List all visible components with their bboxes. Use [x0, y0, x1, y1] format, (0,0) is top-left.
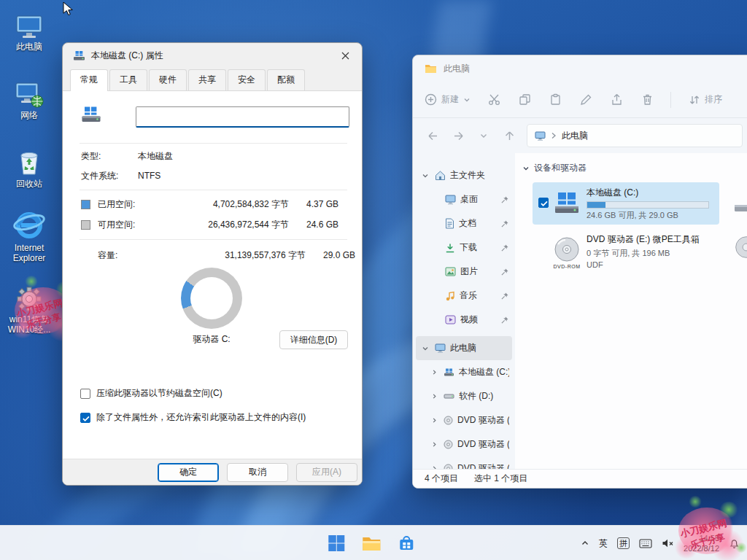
- cancel-button[interactable]: 取消: [227, 463, 288, 482]
- start-button[interactable]: [322, 529, 351, 558]
- pin-icon: [500, 292, 509, 300]
- explorer-nav-bar: 此电脑: [413, 118, 747, 153]
- file-explorer-window[interactable]: 此电脑 新建 排序 此电脑: [412, 55, 747, 489]
- music-icon: [445, 291, 455, 301]
- share-button[interactable]: [609, 93, 624, 107]
- drive-item-c[interactable]: 本地磁盘 (C:) 24.6 GB 可用, 共 29.0 GB: [533, 182, 719, 225]
- used-space-size: 4.37 GB: [289, 199, 338, 209]
- tab-tools[interactable]: 工具: [109, 69, 147, 90]
- volume-label-input[interactable]: [136, 106, 349, 128]
- separator: [80, 239, 347, 240]
- paste-button[interactable]: [548, 93, 562, 107]
- touch-keyboard-icon[interactable]: [639, 539, 652, 548]
- sidebar-item-videos[interactable]: 视频: [416, 308, 512, 332]
- tab-sharing[interactable]: 共享: [188, 69, 226, 90]
- free-space-label: 可用空间:: [98, 219, 150, 231]
- volume-muted-icon[interactable]: [662, 538, 674, 548]
- explorer-titlebar[interactable]: 此电脑: [413, 55, 747, 82]
- sidebar-item-documents[interactable]: 文档: [416, 211, 512, 236]
- store-app-icon[interactable]: [392, 529, 421, 558]
- drive-filesystem: UDF: [587, 260, 715, 269]
- apply-button: 应用(A): [296, 463, 357, 482]
- ime-mode-indicator[interactable]: 英: [599, 537, 608, 550]
- group-header-devices[interactable]: 设备和驱动器: [522, 162, 587, 174]
- chevron-down-icon[interactable]: [420, 345, 430, 352]
- tab-hardware[interactable]: 硬件: [149, 69, 187, 90]
- desktop-icon-this-pc[interactable]: 此电脑: [3, 9, 55, 52]
- item-checkbox[interactable]: [538, 198, 549, 208]
- drive-icon: [444, 392, 454, 400]
- clock[interactable]: 14:55 2022/8/12: [684, 533, 719, 554]
- sidebar-item-music[interactable]: 音乐: [416, 284, 512, 308]
- sidebar-item-this-pc[interactable]: 此电脑: [416, 336, 512, 360]
- address-bar[interactable]: 此电脑: [527, 124, 743, 147]
- chevron-down-icon[interactable]: [420, 172, 430, 179]
- sort-button[interactable]: 排序: [689, 93, 722, 106]
- forward-button[interactable]: [450, 128, 466, 144]
- pin-icon: [500, 316, 509, 324]
- drive-icon: [73, 50, 85, 61]
- compress-checkbox-row[interactable]: 压缩此驱动器以节约磁盘空间(C): [80, 387, 222, 400]
- new-button[interactable]: 新建: [425, 93, 471, 106]
- desktop-icon-network[interactable]: 网络: [3, 77, 55, 120]
- index-checkbox[interactable]: [80, 413, 90, 423]
- copy-button[interactable]: [517, 93, 532, 107]
- drive-label: 驱动器 C:: [168, 333, 255, 346]
- drive-item-dvd-e[interactable]: DVD-ROM DVD 驱动器 (E:) 微PE工具箱 0 字节 可用, 共 1…: [533, 229, 719, 274]
- desktop-icon-internet-explorer[interactable]: InternetExplorer: [3, 210, 55, 264]
- sidebar-item-dvd-e[interactable]: DVD 驱动器 (E:): [416, 408, 512, 432]
- details-button[interactable]: 详细信息(D): [279, 330, 348, 349]
- recent-locations-chevron[interactable]: [476, 128, 492, 144]
- desktop-icon-label: win11恢复WIN10经...: [3, 314, 55, 335]
- drive-icon: [444, 368, 454, 376]
- sidebar-item-desktop[interactable]: 桌面: [416, 187, 512, 211]
- rename-button[interactable]: [578, 93, 593, 107]
- sidebar-item-downloads[interactable]: 下载: [416, 236, 512, 260]
- tab-quota[interactable]: 配额: [267, 69, 305, 90]
- index-checkbox-row[interactable]: 除了文件属性外，还允许索引此驱动器上文件的内容(I): [80, 411, 306, 424]
- ime-badge[interactable]: 拼: [617, 537, 630, 549]
- explorer-command-bar: 新建 排序: [413, 82, 747, 118]
- disk-properties-dialog[interactable]: 本地磁盘 (C:) 属性 常规 工具 硬件 共享 安全 配额 类型: 本地磁盘 …: [62, 42, 363, 486]
- tab-security[interactable]: 安全: [228, 69, 266, 90]
- delete-button[interactable]: [640, 93, 654, 107]
- capacity-size: 29.0 GB: [306, 250, 355, 260]
- desktop-icon-label: InternetExplorer: [3, 243, 55, 264]
- sidebar-item-drive-c[interactable]: 本地磁盘 (C:): [416, 360, 512, 384]
- sort-button-label: 排序: [705, 93, 722, 106]
- used-space-swatch: [81, 200, 90, 209]
- desktop-icon-win11-restore[interactable]: win11恢复WIN10经...: [3, 281, 55, 335]
- dialog-titlebar[interactable]: 本地磁盘 (C:) 属性: [63, 43, 362, 68]
- compress-checkbox[interactable]: [80, 389, 90, 399]
- tab-general[interactable]: 常规: [70, 69, 108, 91]
- chevron-right-icon[interactable]: [429, 441, 439, 448]
- window-title: 此电脑: [444, 63, 470, 75]
- file-explorer-taskbar-icon[interactable]: [357, 529, 386, 558]
- videos-icon: [445, 315, 456, 324]
- notification-bell-icon[interactable]: [729, 538, 740, 549]
- close-button[interactable]: [328, 43, 362, 68]
- chevron-right-icon[interactable]: [429, 369, 439, 376]
- up-button[interactable]: [501, 128, 517, 144]
- desktop-icon-label: 此电脑: [3, 42, 55, 52]
- free-space-size: 24.6 GB: [289, 219, 338, 230]
- chevron-right-icon[interactable]: [429, 417, 439, 424]
- sidebar-item-drive-d[interactable]: 软件 (D:): [416, 384, 512, 408]
- desktop-icon-recycle-bin[interactable]: 回收站: [3, 146, 55, 189]
- drive-name: DVD 驱动器 (E:) 微PE工具箱: [587, 233, 715, 246]
- cut-button[interactable]: [487, 93, 501, 107]
- breadcrumb-chevron-icon: [551, 132, 557, 139]
- used-space-bytes: 4,702,584,832 字节: [150, 198, 289, 211]
- drive-name: 本地磁盘 (C:): [587, 187, 715, 199]
- sidebar-item-home[interactable]: 主文件夹: [416, 163, 512, 187]
- back-button[interactable]: [425, 128, 441, 144]
- breadcrumb[interactable]: 此电脑: [562, 130, 588, 142]
- sidebar-item-dvd-g[interactable]: DVD 驱动器 (G:): [416, 456, 512, 469]
- sidebar-item-dvd-f[interactable]: DVD 驱动器 (F:): [416, 432, 512, 456]
- chevron-right-icon[interactable]: [429, 393, 439, 400]
- used-space-label: 已用空间:: [98, 198, 150, 211]
- sidebar-item-label: 软件 (D:): [459, 390, 493, 402]
- ok-button[interactable]: 确定: [158, 463, 219, 482]
- sidebar-item-pictures[interactable]: 图片: [416, 260, 512, 284]
- tray-overflow-chevron[interactable]: [581, 539, 589, 548]
